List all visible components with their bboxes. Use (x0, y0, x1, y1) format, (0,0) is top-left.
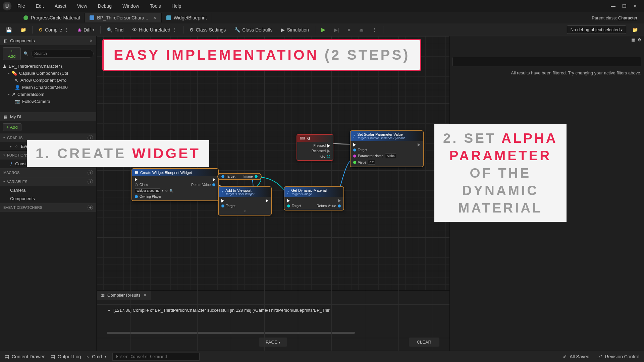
pin-target[interactable] (221, 204, 224, 207)
variable-camera[interactable]: Camera (0, 186, 96, 194)
grid-view-icon[interactable]: ▦ (631, 38, 635, 42)
locate-button[interactable]: 📁 (630, 26, 641, 34)
add-dispatcher-icon[interactable]: + (88, 205, 93, 210)
find-button[interactable]: 🔍Find (104, 26, 126, 34)
menu-help[interactable]: Help (167, 1, 186, 11)
wrench-icon: 🔧 (234, 27, 240, 33)
gear-icon[interactable]: ⚙ (638, 38, 641, 42)
maximize-icon[interactable]: ❐ (622, 3, 627, 9)
pin-key[interactable] (327, 155, 330, 158)
chevron-down-icon[interactable]: ▾ (221, 209, 268, 213)
pin-target[interactable] (353, 148, 356, 152)
horizontal-scrollbar[interactable] (107, 332, 355, 334)
macros-header[interactable]: MACROS+ (0, 168, 96, 177)
hide-unrelated-button[interactable]: 👁Hide Unrelated⋮ (129, 26, 179, 34)
debug-object-select[interactable]: No debug object selected ▾ (567, 25, 626, 34)
page-button[interactable]: PAGE ▾ (259, 338, 287, 347)
stop-button[interactable]: ■ (345, 26, 353, 34)
pin-target[interactable] (221, 175, 224, 178)
menu-asset[interactable]: Asset (50, 1, 71, 11)
save-button[interactable]: 💾 (3, 26, 14, 34)
add-macro-icon[interactable]: + (88, 170, 93, 175)
tree-item[interactable]: 👤Mesh (CharacterMesh0 (0, 84, 96, 91)
menu-bar: U File Edit Asset View Debug Window Tool… (0, 0, 644, 12)
menu-debug[interactable]: Debug (93, 1, 116, 11)
pin-target[interactable] (287, 204, 290, 207)
components-panel-title: ◧ Components ✕ (0, 36, 96, 45)
pin-param-name[interactable] (353, 155, 356, 158)
node-create-widget[interactable]: ▦Create Widget Blueprint Widget Class Re… (131, 168, 219, 201)
search-components-input[interactable] (31, 50, 94, 58)
close-icon[interactable]: ✕ (633, 3, 637, 9)
diff-button[interactable]: ◉Diff▾ (75, 26, 97, 34)
minimize-icon[interactable]: — (611, 3, 615, 9)
tree-item[interactable]: ▾💊Capsule Component (Col (0, 70, 96, 77)
menu-tools[interactable]: Tools (145, 1, 166, 11)
compile-button[interactable]: ⚙Compile⋮ (36, 26, 71, 34)
browse-button[interactable]: 📁 (18, 26, 29, 34)
step-button[interactable]: ▶| (331, 26, 342, 34)
class-defaults-button[interactable]: 🔧Class Defaults (232, 26, 275, 34)
refresh-icon[interactable]: ↻ (165, 189, 168, 193)
menu-edit[interactable]: Edit (31, 1, 49, 11)
tab-close-icon[interactable]: ✕ (153, 15, 157, 20)
variables-header[interactable]: ▾VARIABLES+ (0, 177, 96, 186)
pin-return[interactable] (212, 183, 215, 186)
chevron-down-icon[interactable]: ▾ (162, 189, 163, 192)
add-component-button[interactable]: + Add (3, 47, 21, 60)
node-key-g[interactable]: ⌨G Pressed Released Key (297, 134, 333, 161)
callout-banner: EASY IMPLEMENTATION (2 STEPS) (102, 39, 421, 71)
graph-icon: ⁘ (14, 144, 18, 149)
tab-progresscircle[interactable]: ProgressCircle-Material (19, 13, 85, 22)
node-add-viewport[interactable]: ƒAdd to ViewportTarget is User Widget Ta… (218, 186, 272, 216)
add-graph-icon[interactable]: + (88, 135, 93, 140)
node-reroute[interactable]: Target Image (217, 173, 262, 180)
content-drawer-button[interactable]: ▤Content Drawer (5, 354, 45, 359)
output-log-button[interactable]: ▤Output Log (51, 354, 81, 359)
simulation-button[interactable]: ▶Simulation (278, 26, 311, 34)
pin-owning-player[interactable] (135, 195, 138, 198)
tree-item[interactable]: ♟BP_ThirdPersonCharacter ( (0, 63, 96, 70)
tree-item[interactable]: ▾↗CameraBoom (0, 91, 96, 98)
add-myblueprint-button[interactable]: + Add (3, 123, 21, 131)
variable-components[interactable]: Components (0, 194, 96, 203)
compile-icon: ⚙ (39, 27, 43, 33)
all-saved-status[interactable]: ✔All Saved (563, 354, 589, 359)
node-set-scalar[interactable]: ƒSet Scalar Parameter ValueTarget is Mat… (350, 130, 424, 167)
tab-widgetblueprint[interactable]: WidgetBlueprint (162, 13, 212, 22)
event-graph-canvas[interactable]: ▦Create Widget Blueprint Widget Class Re… (97, 36, 449, 351)
pin-return[interactable] (338, 204, 341, 207)
add-variable-icon[interactable]: + (88, 179, 93, 184)
tab-thirdperson[interactable]: BP_ThirdPersonChara... ✕ (85, 13, 162, 22)
search-icon[interactable]: 🔍 (169, 189, 173, 193)
blueprint-icon: ▦ (3, 114, 7, 119)
eject-button[interactable]: ⏏ (357, 26, 366, 34)
caret-down-icon[interactable]: ▾ (8, 93, 10, 96)
menu-window[interactable]: Window (118, 1, 144, 11)
node-get-dynamic-material[interactable]: ƒGet Dynamic MaterialTarget is Image Tar… (284, 186, 344, 210)
clear-button[interactable]: CLEAR (409, 338, 439, 347)
tree-item[interactable]: 📷FollowCamera (0, 98, 96, 105)
class-settings-button[interactable]: ⚙Class Settings (187, 26, 228, 34)
myblueprint-panel-title: ▦ My Bl (0, 112, 96, 121)
caret-down-icon[interactable]: ▾ (8, 72, 10, 75)
parent-class-link[interactable]: Character (618, 15, 637, 20)
menu-view[interactable]: View (72, 1, 92, 11)
pin-image[interactable] (255, 175, 258, 178)
details-search-input[interactable] (452, 57, 641, 66)
more-button[interactable]: ⋮ (370, 26, 380, 34)
dispatchers-header[interactable]: EVENT DISPATCHERS+ (0, 203, 96, 212)
compiler-results-tab[interactable]: ▦Compiler Results✕ (97, 291, 151, 300)
menu-file[interactable]: File (13, 1, 30, 11)
cmd-button[interactable]: ▹Cmd ▾ (87, 354, 106, 359)
close-icon[interactable]: ✕ (143, 293, 147, 298)
revision-control-button[interactable]: ⎇Revision Control (597, 354, 639, 359)
pin-value[interactable] (353, 161, 356, 164)
tree-item[interactable]: ↖Arrow Component (Arro (0, 77, 96, 84)
close-icon[interactable]: ✕ (89, 38, 93, 43)
console-input[interactable] (112, 353, 200, 361)
pin-class[interactable] (135, 183, 138, 186)
node-icon: ▦ (135, 170, 138, 175)
play-button[interactable]: ▶ (319, 25, 328, 34)
log-icon: ▤ (51, 354, 55, 359)
